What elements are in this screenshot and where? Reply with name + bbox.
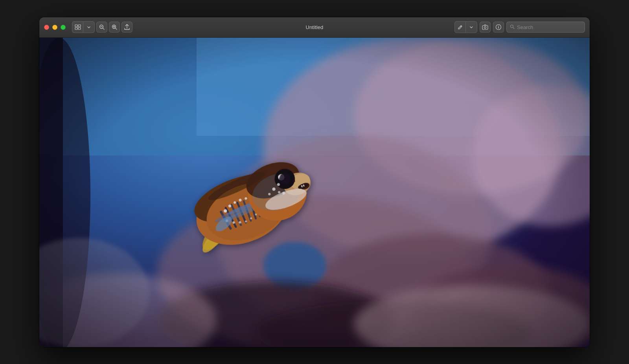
view-toggle-group[interactable] [72, 21, 95, 33]
toolbar-left [72, 21, 132, 33]
markup-dropdown-button[interactable] [466, 22, 477, 33]
svg-line-18 [513, 27, 514, 28]
svg-line-10 [116, 28, 117, 30]
app-window: Untitled [39, 17, 590, 347]
search-bar[interactable] [506, 22, 585, 33]
image-area [39, 38, 590, 347]
view-dropdown-button[interactable] [83, 22, 94, 33]
zoom-in-button[interactable] [109, 22, 120, 33]
svg-point-13 [484, 27, 486, 29]
titlebar: Untitled [39, 17, 590, 38]
maximize-button[interactable] [61, 25, 66, 30]
share-button[interactable] [121, 22, 132, 33]
svg-rect-97 [39, 38, 590, 347]
markup-group[interactable] [454, 21, 477, 33]
svg-rect-2 [75, 27, 77, 29]
svg-rect-0 [75, 25, 77, 27]
search-input[interactable] [517, 24, 581, 30]
zoom-out-button[interactable] [96, 22, 107, 33]
minimize-button[interactable] [52, 25, 57, 30]
window-title: Untitled [306, 24, 324, 30]
svg-line-11 [460, 26, 461, 27]
svg-point-16 [498, 26, 499, 26]
view-toggle-button[interactable] [72, 22, 83, 33]
svg-rect-12 [482, 26, 488, 29]
screenshot-button[interactable] [480, 22, 491, 33]
markup-button[interactable] [455, 22, 466, 33]
close-button[interactable] [44, 25, 49, 30]
fish-image [39, 38, 590, 347]
svg-rect-3 [78, 27, 81, 29]
svg-rect-1 [78, 25, 81, 27]
info-button[interactable] [493, 22, 504, 33]
traffic-lights [44, 25, 66, 30]
search-icon [510, 24, 515, 30]
svg-line-6 [103, 28, 105, 30]
toolbar-right [454, 21, 585, 33]
